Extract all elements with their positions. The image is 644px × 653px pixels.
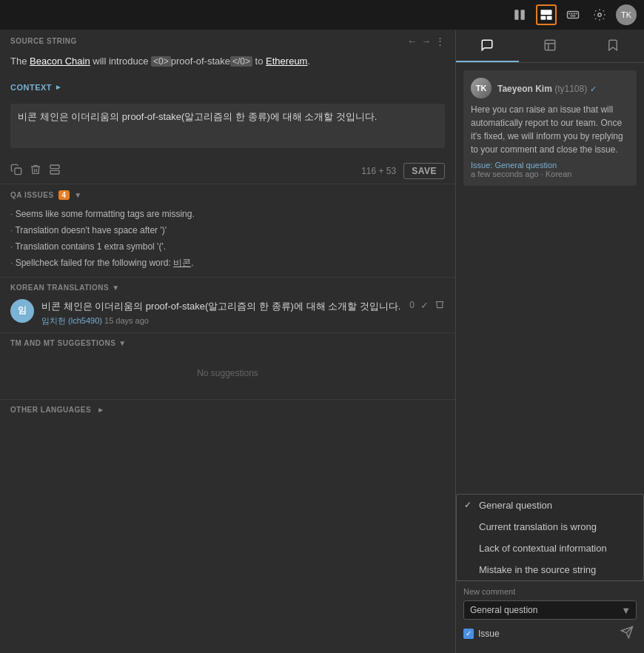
approve-icon[interactable]: ✓ — [420, 300, 429, 311]
more-icon[interactable]: ⋮ — [435, 36, 445, 47]
translation-meta: 임치헌 (lch5490) 15 days ago — [41, 315, 402, 326]
toolbar-left — [10, 164, 61, 178]
tab-bookmark[interactable] — [581, 30, 644, 62]
issue-type-select[interactable]: General question Current translation is … — [463, 600, 637, 620]
source-string-actions: ← → ⋮ — [407, 36, 445, 47]
context-bar[interactable]: CONTEXT ► — [0, 78, 455, 96]
copy-icon[interactable] — [10, 164, 22, 178]
svg-point-11 — [598, 13, 602, 17]
suggestions-header[interactable]: TM AND MT SUGGESTIONS ▼ — [10, 339, 445, 347]
qa-item-2: Translation doesn't have space after ')' — [10, 222, 445, 238]
qa-item-1: Seems like some formatting tags are miss… — [10, 206, 445, 222]
svg-rect-15 — [545, 40, 555, 50]
suggestions-label: TM AND MT SUGGESTIONS — [10, 339, 115, 347]
context-arrow-icon: ► — [55, 83, 62, 91]
columns-icon[interactable] — [509, 4, 530, 25]
source-string-label: SOURCE STRING — [10, 37, 77, 45]
translation-content: 비콘 체인은 이더리움의 proof-of-stake(알고리즘의 한 종류)에… — [41, 299, 402, 327]
translation-text[interactable]: 비콘 체인은 이더리움의 proof-of-stake(알고리즘의 한 종류)에… — [10, 104, 445, 148]
svg-rect-12 — [15, 168, 21, 175]
other-languages-header[interactable]: OTHER LANGUAGES ► — [10, 406, 445, 414]
korean-label: KOREAN TRANSLATIONS — [10, 284, 109, 292]
beacon-chain-link[interactable]: Beacon Chain — [30, 56, 90, 67]
user-avatar-icon[interactable]: TK — [616, 4, 637, 25]
svg-rect-5 — [568, 12, 579, 19]
qa-label: QA ISSUES — [10, 191, 54, 199]
close-tag: </0> — [230, 56, 252, 67]
issue-checkbox-check: ✓ — [466, 629, 472, 637]
delete-translation-icon[interactable] — [435, 299, 445, 312]
svg-rect-3 — [541, 16, 546, 20]
translation-body: 비콘 체인은 이더리움의 proof-of-stake(알고리즘의 한 종류)에… — [41, 299, 402, 314]
korean-translations-section: KOREAN TRANSLATIONS ▼ 임 비콘 체인은 이더리움의 pro… — [0, 277, 455, 333]
open-tag: <0> — [151, 56, 171, 67]
qa-item-3: Translation contains 1 extra symbol '('. — [10, 238, 445, 255]
other-languages-section: OTHER LANGUAGES ► — [0, 399, 455, 420]
suggestions-arrow-icon: ▼ — [118, 339, 126, 347]
svg-rect-1 — [521, 10, 525, 20]
comment-header: TK Taeyeon Kim (ty1108) ✓ — [471, 78, 629, 98]
translator-link[interactable]: 임치헌 (lch5490) — [41, 316, 102, 325]
verified-icon: ✓ — [590, 84, 597, 93]
suggestions-section: TM AND MT SUGGESTIONS ▼ No suggestions — [0, 332, 455, 399]
issue-label: Issue — [478, 629, 500, 639]
issue-row: ✓ Issue — [463, 624, 637, 643]
settings-icon[interactable] — [589, 4, 610, 25]
other-languages-label: OTHER LANGUAGES — [10, 406, 91, 414]
char-count: 116 + 53 — [361, 166, 396, 176]
send-button[interactable] — [617, 624, 637, 643]
svg-rect-4 — [547, 16, 552, 20]
tab-info[interactable] — [519, 30, 582, 62]
keyboard-icon[interactable] — [563, 4, 583, 25]
korean-header[interactable]: KOREAN TRANSLATIONS ▼ — [10, 284, 445, 292]
translation-toolbar: 116 + 53 SAVE — [0, 158, 455, 184]
prev-arrow-icon[interactable]: ← — [407, 36, 417, 47]
comment-input-area: New comment General question Current tra… — [456, 580, 644, 653]
right-panel: TK Taeyeon Kim (ty1108) ✓ Here you can r… — [456, 30, 644, 653]
toolbar-right: 116 + 53 SAVE — [361, 163, 445, 179]
comment-footer: Issue: General question a few seconds ag… — [471, 161, 629, 178]
comment-username: Taeyeon Kim (ty1108) — [497, 84, 590, 94]
split-icon[interactable] — [49, 164, 61, 178]
layout-icon[interactable] — [536, 4, 557, 25]
issue-checkbox[interactable]: ✓ — [463, 629, 474, 639]
ethereum-link[interactable]: Ethereum — [266, 56, 307, 67]
comment-avatar-image: TK — [471, 78, 492, 98]
korean-arrow-icon: ▼ — [112, 284, 119, 292]
svg-rect-0 — [514, 10, 518, 20]
translation-item-actions: 0 ✓ — [409, 299, 445, 312]
comment-item: TK Taeyeon Kim (ty1108) ✓ Here you can r… — [463, 70, 637, 186]
other-languages-arrow-icon: ► — [97, 406, 104, 414]
left-panel: SOURCE STRING ← → ⋮ The Beacon Chain wil… — [0, 30, 456, 653]
option-source-mistake[interactable]: Mistake in the source string — [457, 559, 643, 580]
vote-count: 0 — [409, 300, 415, 310]
option-general[interactable]: General question — [457, 495, 643, 516]
right-tabs — [456, 30, 644, 63]
context-label: CONTEXT — [10, 83, 52, 92]
translator-avatar: 임 — [10, 299, 34, 323]
delete-icon[interactable] — [30, 164, 41, 178]
tab-comments[interactable] — [456, 30, 519, 62]
qa-header: QA ISSUES 4 ▼ — [10, 190, 445, 200]
qa-item-4: Spellcheck failed for the following word… — [10, 255, 445, 271]
option-contextual[interactable]: Lack of contextual information — [457, 538, 643, 559]
source-string-text: The Beacon Chain will introduce <0>proof… — [0, 51, 455, 78]
source-string-header: SOURCE STRING ← → ⋮ — [0, 30, 455, 51]
translation-area: 비콘 체인은 이더리움의 proof-of-stake(알고리즘의 한 종류)에… — [0, 96, 455, 158]
no-suggestions-text: No suggestions — [10, 353, 445, 393]
qa-arrow-icon[interactable]: ▼ — [74, 191, 81, 199]
comment-language: · Korean — [541, 170, 572, 178]
qa-section: QA ISSUES 4 ▼ Seems like some formatting… — [0, 184, 455, 277]
comment-issue-label: Issue: General question — [471, 161, 629, 170]
next-arrow-icon[interactable]: → — [421, 36, 431, 47]
translation-time: 15 days ago — [104, 316, 149, 325]
save-button[interactable]: SAVE — [403, 163, 445, 179]
main-layout: SOURCE STRING ← → ⋮ The Beacon Chain wil… — [0, 30, 644, 653]
option-wrong-translation[interactable]: Current translation is wrong — [457, 516, 643, 538]
comment-text: Here you can raise an issue that will au… — [471, 103, 629, 156]
comment-avatar: TK — [471, 78, 492, 98]
svg-rect-14 — [50, 171, 59, 175]
comment-user-info: Taeyeon Kim (ty1108) ✓ — [497, 83, 597, 94]
issue-dropdown-container: General question Current translation is … — [463, 600, 637, 620]
spellcheck-word: 비콘 — [173, 258, 191, 268]
